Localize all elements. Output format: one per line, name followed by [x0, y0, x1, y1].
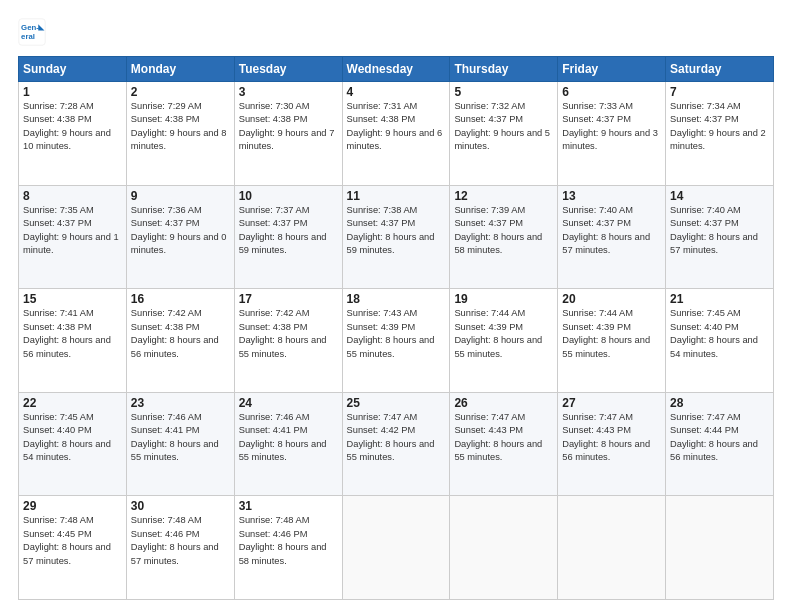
day-number: 18 — [347, 292, 446, 306]
day-number: 19 — [454, 292, 553, 306]
day-number: 22 — [23, 396, 122, 410]
day-info: Sunrise: 7:42 AMSunset: 4:38 PMDaylight:… — [131, 307, 230, 361]
day-number: 30 — [131, 499, 230, 513]
calendar-cell — [342, 496, 450, 600]
day-info: Sunrise: 7:47 AMSunset: 4:44 PMDaylight:… — [670, 411, 769, 465]
day-number: 21 — [670, 292, 769, 306]
weekday-header-sunday: Sunday — [19, 57, 127, 82]
weekday-header-row: SundayMondayTuesdayWednesdayThursdayFrid… — [19, 57, 774, 82]
logo-icon: Gen- eral — [18, 18, 46, 46]
svg-text:eral: eral — [21, 32, 35, 41]
day-number: 23 — [131, 396, 230, 410]
day-number: 15 — [23, 292, 122, 306]
day-number: 27 — [562, 396, 661, 410]
day-number: 12 — [454, 189, 553, 203]
day-info: Sunrise: 7:38 AMSunset: 4:37 PMDaylight:… — [347, 204, 446, 258]
calendar-cell: 30Sunrise: 7:48 AMSunset: 4:46 PMDayligh… — [126, 496, 234, 600]
day-info: Sunrise: 7:29 AMSunset: 4:38 PMDaylight:… — [131, 100, 230, 154]
day-info: Sunrise: 7:46 AMSunset: 4:41 PMDaylight:… — [239, 411, 338, 465]
weekday-header-saturday: Saturday — [666, 57, 774, 82]
day-info: Sunrise: 7:39 AMSunset: 4:37 PMDaylight:… — [454, 204, 553, 258]
day-info: Sunrise: 7:48 AMSunset: 4:46 PMDaylight:… — [239, 514, 338, 568]
calendar-cell: 22Sunrise: 7:45 AMSunset: 4:40 PMDayligh… — [19, 392, 127, 496]
day-info: Sunrise: 7:28 AMSunset: 4:38 PMDaylight:… — [23, 100, 122, 154]
logo: Gen- eral — [18, 18, 50, 46]
day-number: 11 — [347, 189, 446, 203]
calendar-cell: 15Sunrise: 7:41 AMSunset: 4:38 PMDayligh… — [19, 289, 127, 393]
calendar-cell: 13Sunrise: 7:40 AMSunset: 4:37 PMDayligh… — [558, 185, 666, 289]
day-number: 2 — [131, 85, 230, 99]
day-info: Sunrise: 7:31 AMSunset: 4:38 PMDaylight:… — [347, 100, 446, 154]
day-number: 5 — [454, 85, 553, 99]
calendar-cell: 28Sunrise: 7:47 AMSunset: 4:44 PMDayligh… — [666, 392, 774, 496]
day-info: Sunrise: 7:47 AMSunset: 4:43 PMDaylight:… — [562, 411, 661, 465]
calendar-cell: 27Sunrise: 7:47 AMSunset: 4:43 PMDayligh… — [558, 392, 666, 496]
calendar-cell: 7Sunrise: 7:34 AMSunset: 4:37 PMDaylight… — [666, 82, 774, 186]
day-number: 7 — [670, 85, 769, 99]
day-number: 16 — [131, 292, 230, 306]
calendar-cell: 16Sunrise: 7:42 AMSunset: 4:38 PMDayligh… — [126, 289, 234, 393]
day-info: Sunrise: 7:36 AMSunset: 4:37 PMDaylight:… — [131, 204, 230, 258]
day-number: 28 — [670, 396, 769, 410]
day-number: 26 — [454, 396, 553, 410]
calendar-cell: 11Sunrise: 7:38 AMSunset: 4:37 PMDayligh… — [342, 185, 450, 289]
day-info: Sunrise: 7:46 AMSunset: 4:41 PMDaylight:… — [131, 411, 230, 465]
day-number: 9 — [131, 189, 230, 203]
weekday-header-thursday: Thursday — [450, 57, 558, 82]
weekday-header-friday: Friday — [558, 57, 666, 82]
calendar-cell: 21Sunrise: 7:45 AMSunset: 4:40 PMDayligh… — [666, 289, 774, 393]
calendar-week-5: 29Sunrise: 7:48 AMSunset: 4:45 PMDayligh… — [19, 496, 774, 600]
day-number: 14 — [670, 189, 769, 203]
calendar-cell: 18Sunrise: 7:43 AMSunset: 4:39 PMDayligh… — [342, 289, 450, 393]
day-info: Sunrise: 7:30 AMSunset: 4:38 PMDaylight:… — [239, 100, 338, 154]
day-info: Sunrise: 7:32 AMSunset: 4:37 PMDaylight:… — [454, 100, 553, 154]
calendar-cell: 25Sunrise: 7:47 AMSunset: 4:42 PMDayligh… — [342, 392, 450, 496]
day-number: 17 — [239, 292, 338, 306]
day-number: 3 — [239, 85, 338, 99]
calendar-cell: 26Sunrise: 7:47 AMSunset: 4:43 PMDayligh… — [450, 392, 558, 496]
calendar-cell: 10Sunrise: 7:37 AMSunset: 4:37 PMDayligh… — [234, 185, 342, 289]
day-info: Sunrise: 7:47 AMSunset: 4:43 PMDaylight:… — [454, 411, 553, 465]
page: Gen- eral SundayMondayTuesdayWednesdayTh… — [0, 0, 792, 612]
calendar-cell: 9Sunrise: 7:36 AMSunset: 4:37 PMDaylight… — [126, 185, 234, 289]
calendar-cell: 29Sunrise: 7:48 AMSunset: 4:45 PMDayligh… — [19, 496, 127, 600]
calendar-cell: 12Sunrise: 7:39 AMSunset: 4:37 PMDayligh… — [450, 185, 558, 289]
calendar-cell: 4Sunrise: 7:31 AMSunset: 4:38 PMDaylight… — [342, 82, 450, 186]
day-number: 29 — [23, 499, 122, 513]
calendar-week-1: 1Sunrise: 7:28 AMSunset: 4:38 PMDaylight… — [19, 82, 774, 186]
calendar-cell — [450, 496, 558, 600]
day-info: Sunrise: 7:45 AMSunset: 4:40 PMDaylight:… — [23, 411, 122, 465]
day-info: Sunrise: 7:42 AMSunset: 4:38 PMDaylight:… — [239, 307, 338, 361]
calendar-cell: 8Sunrise: 7:35 AMSunset: 4:37 PMDaylight… — [19, 185, 127, 289]
calendar-cell: 1Sunrise: 7:28 AMSunset: 4:38 PMDaylight… — [19, 82, 127, 186]
day-info: Sunrise: 7:43 AMSunset: 4:39 PMDaylight:… — [347, 307, 446, 361]
calendar-cell: 2Sunrise: 7:29 AMSunset: 4:38 PMDaylight… — [126, 82, 234, 186]
calendar-week-3: 15Sunrise: 7:41 AMSunset: 4:38 PMDayligh… — [19, 289, 774, 393]
weekday-header-monday: Monday — [126, 57, 234, 82]
day-info: Sunrise: 7:41 AMSunset: 4:38 PMDaylight:… — [23, 307, 122, 361]
header: Gen- eral — [18, 18, 774, 46]
day-info: Sunrise: 7:33 AMSunset: 4:37 PMDaylight:… — [562, 100, 661, 154]
day-number: 8 — [23, 189, 122, 203]
calendar-cell: 14Sunrise: 7:40 AMSunset: 4:37 PMDayligh… — [666, 185, 774, 289]
calendar-cell: 5Sunrise: 7:32 AMSunset: 4:37 PMDaylight… — [450, 82, 558, 186]
day-info: Sunrise: 7:40 AMSunset: 4:37 PMDaylight:… — [562, 204, 661, 258]
svg-text:Gen-: Gen- — [21, 23, 39, 32]
calendar-cell: 6Sunrise: 7:33 AMSunset: 4:37 PMDaylight… — [558, 82, 666, 186]
calendar-cell — [666, 496, 774, 600]
day-info: Sunrise: 7:45 AMSunset: 4:40 PMDaylight:… — [670, 307, 769, 361]
calendar-cell: 17Sunrise: 7:42 AMSunset: 4:38 PMDayligh… — [234, 289, 342, 393]
calendar-week-2: 8Sunrise: 7:35 AMSunset: 4:37 PMDaylight… — [19, 185, 774, 289]
day-info: Sunrise: 7:44 AMSunset: 4:39 PMDaylight:… — [454, 307, 553, 361]
day-info: Sunrise: 7:47 AMSunset: 4:42 PMDaylight:… — [347, 411, 446, 465]
day-number: 13 — [562, 189, 661, 203]
day-info: Sunrise: 7:40 AMSunset: 4:37 PMDaylight:… — [670, 204, 769, 258]
day-info: Sunrise: 7:34 AMSunset: 4:37 PMDaylight:… — [670, 100, 769, 154]
calendar-cell — [558, 496, 666, 600]
calendar-cell: 31Sunrise: 7:48 AMSunset: 4:46 PMDayligh… — [234, 496, 342, 600]
weekday-header-tuesday: Tuesday — [234, 57, 342, 82]
calendar-cell: 3Sunrise: 7:30 AMSunset: 4:38 PMDaylight… — [234, 82, 342, 186]
day-number: 10 — [239, 189, 338, 203]
day-number: 31 — [239, 499, 338, 513]
day-info: Sunrise: 7:48 AMSunset: 4:45 PMDaylight:… — [23, 514, 122, 568]
